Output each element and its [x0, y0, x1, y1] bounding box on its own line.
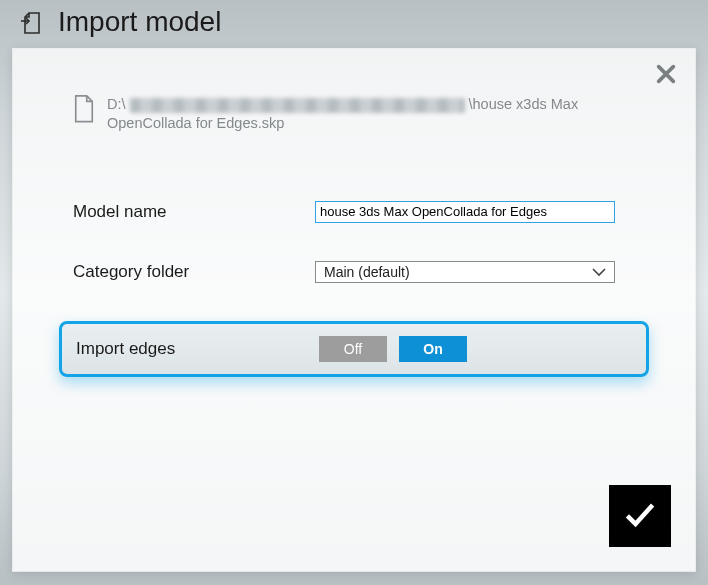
dialog-header: Import model — [0, 0, 708, 52]
file-path: D:\\house x3ds Max OpenCollada for Edges… — [107, 95, 607, 133]
model-name-input[interactable] — [315, 201, 615, 223]
file-path-row: D:\\house x3ds Max OpenCollada for Edges… — [13, 49, 695, 133]
import-edges-toggle: Off On — [319, 336, 467, 362]
category-label: Category folder — [73, 262, 315, 282]
import-edges-section: Import edges Off On — [59, 321, 649, 377]
file-path-redacted — [130, 98, 465, 113]
close-icon — [655, 71, 677, 88]
import-edges-on-button[interactable]: On — [399, 336, 467, 362]
file-path-prefix: D:\ — [107, 96, 126, 112]
file-icon — [73, 95, 95, 123]
import-edges-label: Import edges — [76, 339, 319, 359]
chevron-down-icon — [592, 264, 606, 280]
model-name-label: Model name — [73, 202, 315, 222]
dialog-title: Import model — [58, 6, 221, 38]
model-name-row: Model name — [73, 201, 635, 223]
category-select[interactable]: Main (default) — [315, 261, 615, 283]
import-icon — [20, 11, 44, 35]
category-value: Main (default) — [324, 264, 410, 280]
confirm-button[interactable] — [609, 485, 671, 547]
dialog-panel: D:\\house x3ds Max OpenCollada for Edges… — [12, 48, 696, 572]
check-icon — [622, 496, 658, 536]
close-button[interactable] — [655, 63, 677, 85]
import-edges-off-button[interactable]: Off — [319, 336, 387, 362]
category-row: Category folder Main (default) — [73, 261, 635, 283]
